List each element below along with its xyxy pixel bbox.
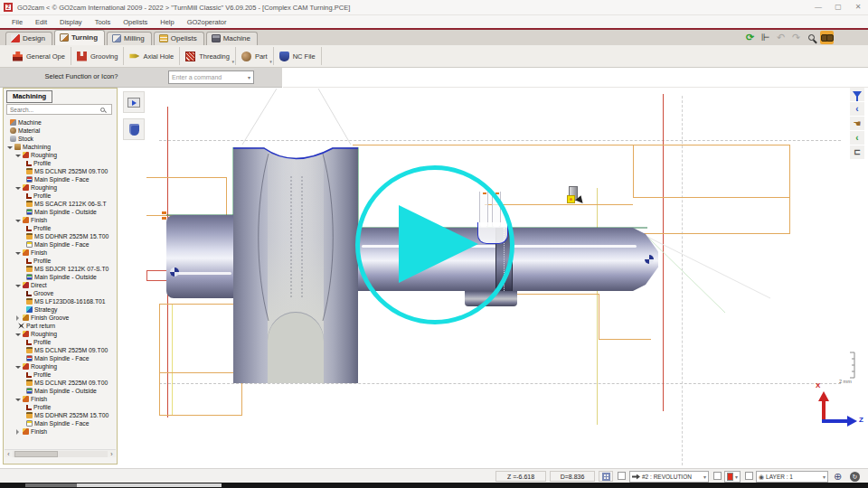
axis-z-arrowhead bbox=[847, 416, 857, 427]
color-checkbox[interactable] bbox=[713, 472, 722, 480]
status-bar: Z =-6.618 D=8.836 #2 : REVOLUTION ▾ ▾ ◉ … bbox=[0, 468, 868, 483]
hand-icon: ☚ bbox=[854, 119, 862, 128]
reference-sphere-marker bbox=[645, 255, 654, 264]
layer-checkbox[interactable] bbox=[745, 472, 753, 480]
help-button[interactable]: ↻ bbox=[850, 472, 860, 482]
scale-label: 2 mm bbox=[839, 379, 852, 384]
spindle-select[interactable]: #2 : REVOLUTION ▾ bbox=[629, 471, 709, 483]
diameter-readout: D=8.836 bbox=[550, 471, 595, 482]
tool-insert-icon bbox=[567, 195, 575, 203]
z-coordinate-readout: Z =-6.618 bbox=[495, 471, 546, 482]
window-bottom-edge bbox=[0, 483, 868, 488]
color-picker-button[interactable]: ▾ bbox=[724, 471, 741, 483]
axis-z-label: Z bbox=[859, 416, 863, 424]
layer-select[interactable]: ◉ LAYER : 1 ▾ bbox=[756, 471, 828, 483]
grid-icon bbox=[602, 473, 610, 481]
play-overlay-button[interactable] bbox=[399, 205, 478, 283]
chevron-left-green-icon: ‹ bbox=[855, 134, 858, 143]
clamp-button[interactable]: ⊏ bbox=[850, 145, 864, 159]
grab-button[interactable]: ☚ bbox=[850, 117, 864, 130]
spindle-checkbox[interactable] bbox=[618, 472, 626, 480]
reference-sphere-marker bbox=[170, 267, 179, 277]
chevron-down-icon: ▾ bbox=[703, 474, 706, 480]
spindle-icon bbox=[632, 474, 640, 480]
globe-view-button[interactable]: ⊕ bbox=[834, 471, 842, 482]
view-side-toolbar: ‹ ☚ ‹ ⊏ bbox=[850, 88, 864, 160]
axis-x-label: X bbox=[816, 381, 820, 389]
filter-button[interactable] bbox=[850, 88, 864, 101]
axis-z-shaft bbox=[822, 419, 849, 423]
grid-toggle-button[interactable] bbox=[599, 471, 613, 482]
color-swatch bbox=[727, 473, 733, 481]
chevron-down-icon: ▾ bbox=[823, 474, 826, 480]
chevron-down-icon: ▾ bbox=[735, 474, 738, 480]
chevron-left-blue-icon: ‹ bbox=[855, 105, 858, 114]
layer-visibility-icon: ◉ bbox=[759, 474, 764, 480]
clamp-icon: ⊏ bbox=[854, 148, 861, 156]
collapse-panel-button[interactable]: ‹ bbox=[850, 102, 864, 116]
collapse-green-button[interactable]: ‹ bbox=[850, 131, 864, 145]
filter-icon bbox=[853, 91, 862, 98]
taskbar-segment bbox=[77, 483, 222, 487]
taskbar-segment bbox=[25, 483, 77, 487]
